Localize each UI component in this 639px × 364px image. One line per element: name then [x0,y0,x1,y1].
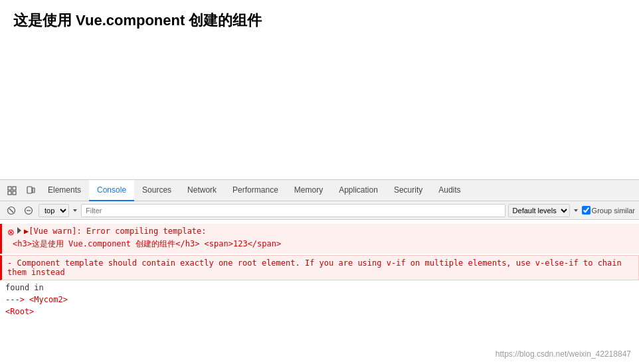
tab-sources[interactable]: Sources [134,180,179,201]
tab-application[interactable]: Application [331,180,386,201]
error-header-text: ▶[Vue warn]: Error compiling template: [17,227,207,236]
component-tree-1: ---> <Mycom2> [0,294,639,306]
clear-console-icon[interactable] [4,203,19,218]
error-detail-line: - Component template should contain exac… [0,255,639,280]
log-level-dropdown-icon [573,207,579,214]
tab-elements[interactable]: Elements [40,180,89,201]
group-similar-label[interactable]: Group similar [582,206,635,215]
component-tree-2: <Root> [0,306,639,318]
svg-marker-10 [73,209,77,212]
page-title: 这是使用 Vue.component 创建的组件 [13,11,626,31]
console-content: ⊗ ▶[Vue warn]: Error compiling template:… [0,220,639,364]
tab-console[interactable]: Console [89,180,134,201]
context-dropdown-icon [72,207,78,214]
svg-marker-11 [574,209,578,212]
filter-icon[interactable] [21,203,36,218]
error-template-line: <h3>这是使用 Vue.component 创建的组件</h3> <span>… [7,237,634,251]
tab-security[interactable]: Security [386,180,430,201]
device-toolbar-icon[interactable] [21,181,40,200]
context-select[interactable]: top [39,204,69,217]
tab-audits[interactable]: Audits [430,180,468,201]
toolbar-right-options: Default levels Group similar [508,204,635,217]
svg-rect-5 [33,188,35,193]
svg-line-7 [9,209,13,213]
console-toolbar: top Default levels Group similar [0,201,639,220]
tab-network[interactable]: Network [179,180,225,201]
tab-memory[interactable]: Memory [286,180,331,201]
error-header-line: ⊗ ▶[Vue warn]: Error compiling template: [7,227,634,237]
filter-input[interactable] [81,204,505,217]
log-level-select[interactable]: Default levels [508,204,570,217]
svg-rect-0 [8,187,11,190]
devtools-tabs-bar: Elements Console Sources Network Perform… [0,180,639,201]
inspect-element-icon[interactable] [3,181,21,200]
svg-rect-1 [13,187,16,190]
vue-warn-block: ⊗ ▶[Vue warn]: Error compiling template:… [0,224,639,254]
collapse-arrow-icon[interactable] [17,227,21,234]
svg-rect-2 [8,191,11,195]
svg-rect-3 [13,191,16,195]
error-circle-icon: ⊗ [7,227,15,237]
svg-rect-4 [27,187,32,193]
group-similar-checkbox[interactable] [582,206,591,215]
watermark: https://blog.csdn.net/weixin_42218847 [496,349,631,359]
devtools-panel: Elements Console Sources Network Perform… [0,179,639,364]
tab-performance[interactable]: Performance [225,180,286,201]
found-in-line: found in [0,282,639,294]
page-area: 这是使用 Vue.component 创建的组件 [0,0,639,179]
